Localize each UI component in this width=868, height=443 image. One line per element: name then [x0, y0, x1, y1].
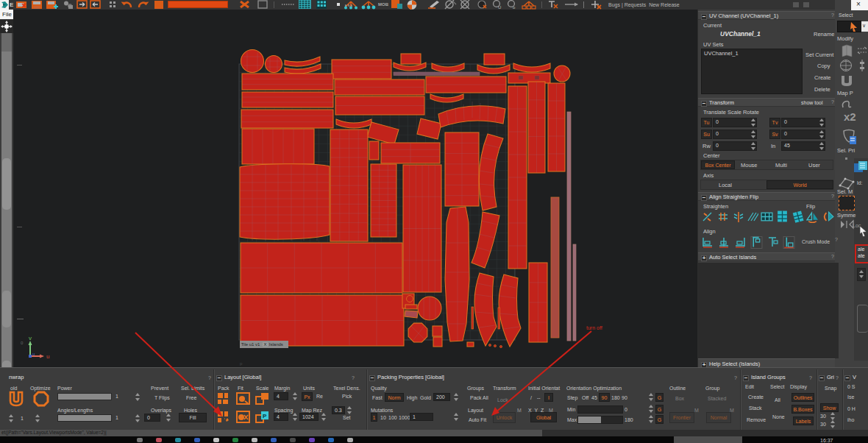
svg-text:P: P [263, 413, 267, 419]
svg-text:v: v [29, 335, 32, 341]
svg-text:u: u [46, 353, 49, 360]
svg-text:E S S: E S S [345, 4, 353, 7]
svg-text:u: u [32, 352, 35, 356]
